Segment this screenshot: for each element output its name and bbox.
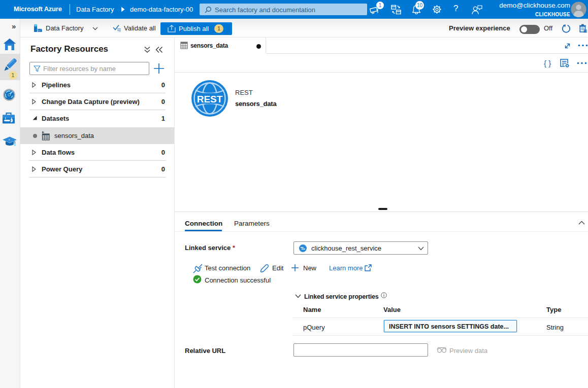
- svg-text:REST: REST: [197, 94, 223, 104]
